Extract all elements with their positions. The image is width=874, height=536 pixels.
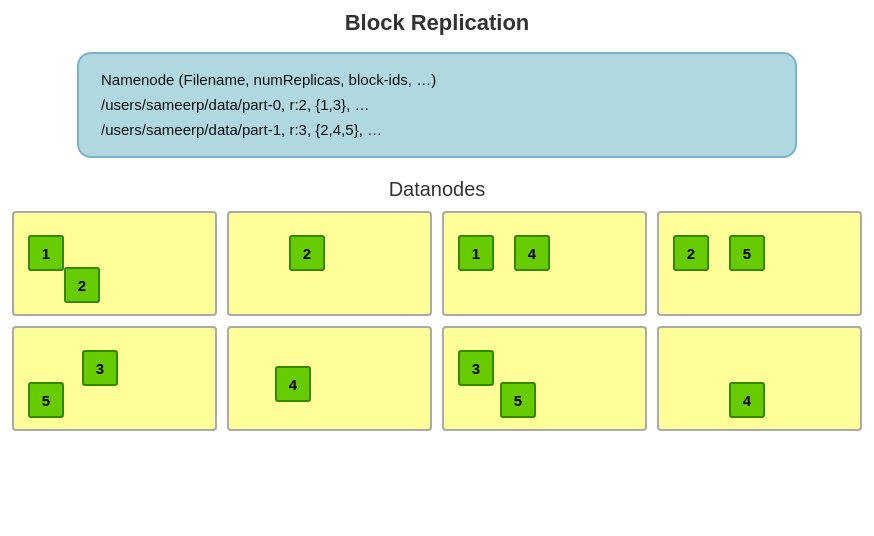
block-1-cell-2: 1 [458,235,494,271]
datanode-cell-2: 14 [442,211,647,316]
namenode-line-1: Namenode (Filename, numReplicas, block-i… [101,71,436,88]
block-1-cell-0: 1 [28,235,64,271]
block-2-cell-3: 2 [673,235,709,271]
block-2-cell-0: 2 [64,267,100,303]
block-5-cell-6: 5 [500,382,536,418]
datanode-cell-7: 4 [657,326,862,431]
block-3-cell-4: 3 [82,350,118,386]
datanode-cell-0: 12 [12,211,217,316]
block-5-cell-4: 5 [28,382,64,418]
block-3-cell-6: 3 [458,350,494,386]
namenode-line-3: /users/sameerp/data/part-1, r:3, {2,4,5}… [101,121,382,138]
namenode-box: Namenode (Filename, numReplicas, block-i… [77,52,797,158]
block-5-cell-3: 5 [729,235,765,271]
datanode-cell-6: 35 [442,326,647,431]
block-4-cell-5: 4 [275,366,311,402]
namenode-line-2: /users/sameerp/data/part-0, r:2, {1,3}, … [101,96,369,113]
datanode-cell-5: 4 [227,326,432,431]
datanode-cell-3: 25 [657,211,862,316]
page-title: Block Replication [0,0,874,44]
block-4-cell-7: 4 [729,382,765,418]
block-4-cell-2: 4 [514,235,550,271]
datanode-cell-4: 53 [12,326,217,431]
block-2-cell-1: 2 [289,235,325,271]
datanode-grid: 1221425534354 [12,211,862,431]
datanode-cell-1: 2 [227,211,432,316]
datanodes-label: Datanodes [0,178,874,201]
